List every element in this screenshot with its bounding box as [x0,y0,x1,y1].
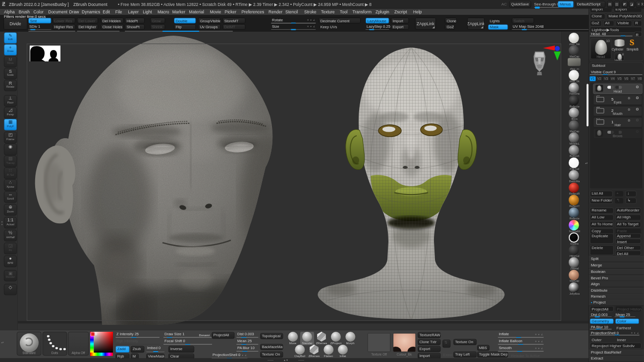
tool-reproject-higher-subdiv[interactable]: Reproject Higher Subdiv [590,343,642,349]
tool-projectionshell-0-handle[interactable] [615,334,620,336]
subtool-gear-icon[interactable]: ☼ [627,96,631,100]
tool-item[interactable]: ↓ [626,191,637,197]
tool-del-other[interactable]: Del Other [615,245,641,250]
bs-smooth-slider[interactable]: Smooth≡ ▾ ∠ [498,346,543,352]
subtool-item-mouth[interactable]: Mouth2☼⊙ [593,106,642,116]
thumb-alpha-off[interactable]: Alpha Off [68,332,89,356]
subtool-tab-v2[interactable]: V2 [596,76,602,81]
tool-color[interactable]: Color [615,318,639,324]
tool-pa-blur-10-slider[interactable]: PA Blur 10 [590,325,612,330]
tool-outer[interactable]: Outer [590,337,610,342]
bs-mean-25-slider[interactable]: Mean 25 [236,339,258,345]
bs-zadd[interactable]: Zadd [115,346,129,353]
tool-clone[interactable]: Clone [590,13,605,19]
bs-tray-left[interactable]: Tray Left [453,352,477,358]
titlebar-brush-icon-1[interactable]: ◩ [622,1,628,7]
tool-new-folder[interactable]: New Folder [590,198,613,204]
shelf-scroll-arrows[interactable]: ▴▾ [0,341,4,344]
subtool-item-brows[interactable]: Brows⊙ [593,128,642,139]
tool-split-section[interactable]: Split [589,256,644,262]
subtool-tab-v3[interactable]: V3 [603,76,609,81]
cylinder-tool-thumb[interactable] [615,39,625,47]
tool-head-48-slider[interactable]: Head. 48 [590,32,633,37]
brush-zremes-2[interactable]: ZRemes [315,332,328,345]
titlebar-brush-icon-2[interactable]: ◪ [629,1,635,7]
subtool-eye-icon[interactable]: ⊙ [636,96,639,100]
tool-mean-25-slider[interactable]: Mean 25 [615,312,636,317]
brush2-zremes-1[interactable]: ZRemes [307,345,321,358]
subtool-gear-icon[interactable]: ☼ [627,118,631,122]
active-tool-thumb[interactable]: 10Head [590,38,611,59]
tool-r[interactable]: R [634,20,642,26]
tool-inner[interactable]: Inner [615,337,635,342]
subtool-eye-icon[interactable]: ⊙ [636,84,639,89]
texture-preview-tiles[interactable] [30,46,60,61]
subtool-tab-v6[interactable]: V6 [623,76,630,81]
bs-inflate-slider[interactable]: Inflate≡ ▾ ∠ [498,332,543,338]
subtool-scrollbar[interactable] [587,84,589,126]
bs-textureraw[interactable]: TextureRAW [418,332,440,338]
bs-item[interactable]: ⇅ [442,340,450,348]
menus-button[interactable]: Menus [558,1,574,7]
thumb-standard[interactable]: Standard [17,332,41,356]
subtool-tab-v8[interactable]: V8 [637,76,643,81]
visible-count-handle[interactable] [603,74,608,75]
sv-square[interactable] [94,332,113,353]
see-through-slider[interactable]: See-through 0 [534,2,559,6]
bs-mbs[interactable]: MBS [477,345,489,351]
tool-mean-25-handle[interactable] [620,316,625,317]
bs-imbed-0-slider[interactable]: Imbed 0 [146,346,164,353]
tool-rename[interactable]: Rename [590,207,614,213]
tool-head-48-handle[interactable] [621,35,626,37]
subtool-item-hair[interactable]: Hair1☼⊙ [593,117,642,127]
texture-thumb-colour-bk[interactable] [393,333,416,352]
bs-inverse[interactable]: Inverse [168,346,194,353]
tool-insert[interactable]: Insert [615,239,641,244]
tool-dist-0-003-handle[interactable] [595,316,600,317]
bs-imbed-0-handle[interactable] [153,351,158,353]
subtool-gear-icon[interactable]: ☼ [627,107,631,111]
tool-merge-section[interactable]: Merge [589,262,644,268]
bs-mean-25-handle[interactable] [241,344,246,345]
bs-dist-0-003-handle[interactable] [241,337,246,338]
subtool-eye-icon[interactable]: ⊙ [636,107,639,111]
subtool-tab-v1[interactable]: V1 [590,76,596,81]
simplebrush-tool-thumb[interactable]: S [630,38,634,48]
tool-projectionshell-0-slider[interactable]: ProjectionShell 0≡ ▾ ∠ [590,331,640,336]
defaultzscript-button[interactable]: DefaultZScript [575,1,605,7]
tool-all-low[interactable]: All Low [590,214,614,220]
quicksave-button[interactable]: QuickSave [509,1,531,7]
brush-zproject-3[interactable]: ZProject [329,332,343,345]
subtool-eye-icon[interactable]: ⊙ [636,129,639,134]
tool-pa-blur-10-handle[interactable] [596,328,601,330]
tool-project-section[interactable]: • Project [589,300,644,306]
toggle-pill-2[interactable] [615,131,622,134]
bs-export[interactable]: Export [418,346,440,352]
color-picker[interactable] [90,332,113,356]
see-through-handle[interactable] [535,6,539,8]
tool-append[interactable]: Append [615,233,641,238]
thumb-dots[interactable]: Dots [43,332,67,356]
bs-topological[interactable]: Topological [260,333,283,339]
axis-orientation-gizmo[interactable] [542,44,563,63]
tool-all-high[interactable]: All High [615,214,641,220]
bs-z-intensity-25-slider[interactable]: Z Intensity 25 [115,332,160,338]
tool-align-section[interactable]: Align [589,281,644,287]
tool-all[interactable]: All [603,20,614,26]
tool-duplicate[interactable]: Duplicate [590,233,614,244]
subtool-item-head[interactable]: Head⊙ [593,84,642,94]
brush2-flatten-2[interactable]: Flatten [322,345,335,358]
subtool-item-eyes[interactable]: Eyes5☼⊙ [593,95,642,105]
hue-strip-horizontal[interactable] [90,353,113,356]
bs-inflate-balloon-slider[interactable]: Inflate Balloon≡ ▾ ∠ [498,339,543,345]
bs-projectall[interactable]: ProjectAll [212,332,234,339]
tool-delete[interactable]: Delete [590,245,614,255]
bs-focal-shift-0-slider[interactable]: Focal Shift 0 [163,339,212,345]
brush-standar-1[interactable]: Standar [300,332,314,345]
bs-smooth-handle[interactable] [517,351,522,352]
bs-pa-blur-10-handle[interactable] [242,351,247,352]
bs-inflate-handle[interactable] [516,337,521,338]
tool-geometry[interactable]: Geometry [590,318,614,324]
titlebar-tablet-icon-1[interactable]: ▤ [607,1,613,7]
tool-item[interactable]: ↰ [615,198,624,204]
